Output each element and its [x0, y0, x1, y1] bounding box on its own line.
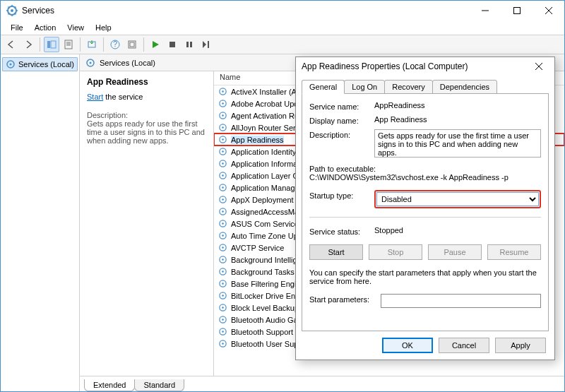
gear-icon — [218, 339, 228, 349]
gear-icon — [218, 123, 228, 133]
service-status-value: Stopped — [374, 226, 541, 234]
tree-root[interactable]: Services (Local) — [2, 57, 78, 71]
svg-point-26 — [222, 126, 224, 129]
svg-point-56 — [222, 307, 224, 309]
description-text: Gets apps ready for use the first time a… — [87, 119, 206, 145]
list-item-label: Background Intellig — [231, 256, 297, 264]
menu-help[interactable]: Help — [90, 22, 117, 33]
display-name-label: Display name: — [309, 115, 370, 125]
path-value: C:\WINDOWS\System32\svchost.exe -k AppRe… — [309, 173, 541, 182]
svg-rect-5 — [65, 40, 72, 49]
cancel-button[interactable]: Cancel — [439, 338, 489, 353]
tab-extended[interactable]: Extended — [84, 379, 135, 391]
svg-point-18 — [90, 61, 92, 64]
svg-point-52 — [222, 283, 224, 285]
selected-service-title: App Readiness — [87, 77, 206, 87]
properties-button[interactable] — [61, 37, 76, 52]
list-item-label: Bluetooth User Supp — [231, 340, 303, 348]
start-button[interactable]: Start — [309, 244, 363, 260]
close-button[interactable] — [533, 1, 564, 20]
titlebar: Services — [1, 1, 564, 20]
start-service-button[interactable] — [148, 37, 163, 52]
gear-icon — [6, 59, 16, 69]
dialog-description-text[interactable]: Gets apps ready for use the first time a… — [374, 129, 541, 158]
apply-button[interactable]: Apply — [495, 338, 546, 353]
list-item-label: Application Informa — [231, 160, 297, 168]
gear-icon — [218, 207, 228, 217]
dialog-tabs: General Log On Recovery Dependencies — [296, 76, 554, 94]
svg-text:?: ? — [113, 40, 117, 48]
svg-point-28 — [222, 138, 224, 141]
svg-point-1 — [11, 9, 13, 12]
tab-general[interactable]: General — [302, 80, 345, 94]
list-item-label: App Readiness — [231, 136, 284, 144]
dialog-description-label: Description: — [309, 129, 370, 139]
minimize-button[interactable] — [469, 1, 501, 20]
svg-rect-3 — [47, 41, 50, 48]
tab-dependencies[interactable]: Dependencies — [432, 80, 497, 94]
resume-button[interactable]: Resume — [487, 244, 541, 260]
gear-icon — [218, 111, 228, 121]
tree-root-label: Services (Local) — [18, 60, 74, 69]
startup-type-select[interactable]: Disabled — [376, 192, 539, 206]
ok-button[interactable]: OK — [382, 338, 433, 353]
startup-type-label: Startup type: — [309, 190, 370, 200]
back-button[interactable] — [4, 37, 19, 52]
gear-icon — [218, 291, 228, 301]
export-button[interactable] — [84, 37, 100, 52]
gear-icon — [218, 243, 228, 253]
forward-button[interactable] — [20, 37, 36, 52]
gear-icon — [218, 195, 228, 205]
show-hide-tree-button[interactable] — [44, 37, 59, 52]
help-button[interactable]: ? — [107, 37, 123, 52]
dialog-close-button[interactable] — [529, 59, 549, 74]
list-item-label: Base Filtering Engin — [231, 280, 300, 288]
list-item-label: AVCTP Service — [231, 244, 284, 252]
restart-service-button[interactable] — [198, 37, 214, 52]
svg-point-60 — [222, 331, 224, 333]
pause-button[interactable]: Pause — [428, 244, 482, 260]
path-label: Path to executable: — [309, 165, 541, 173]
list-item-label: AssignedAccessMan — [231, 208, 303, 216]
stop-button[interactable]: Stop — [369, 244, 422, 260]
list-item-label: Block Level Backup — [231, 304, 299, 312]
menu-view[interactable]: View — [61, 22, 90, 33]
svg-point-38 — [222, 198, 224, 201]
pause-service-button[interactable] — [182, 37, 197, 52]
svg-rect-2 — [513, 8, 520, 14]
bottom-tabbar: Extended Standard — [80, 376, 564, 391]
svg-rect-10 — [130, 42, 134, 47]
refresh-button[interactable] — [124, 37, 140, 52]
svg-point-22 — [222, 102, 224, 105]
dialog-footer: OK Cancel Apply — [296, 331, 554, 360]
service-name-label: Service name: — [309, 101, 370, 111]
tab-standard[interactable]: Standard — [134, 379, 184, 391]
gear-icon — [218, 279, 228, 289]
list-item-label: Application Layer G — [231, 172, 299, 180]
stop-service-button[interactable] — [165, 37, 180, 52]
list-item-label: Agent Activation Ru — [231, 112, 299, 120]
gear-icon — [218, 183, 228, 193]
svg-point-46 — [222, 247, 224, 249]
start-params-input[interactable] — [381, 294, 541, 308]
svg-point-20 — [222, 90, 224, 93]
svg-point-62 — [222, 343, 224, 345]
gear-icon — [218, 231, 228, 241]
service-control-buttons: Start Stop Pause Resume — [309, 244, 541, 260]
list-item-label: AppX Deployment S — [231, 196, 301, 204]
svg-point-48 — [222, 259, 224, 261]
gear-icon — [218, 99, 228, 109]
tab-logon[interactable]: Log On — [344, 80, 385, 94]
svg-point-16 — [10, 64, 12, 66]
menu-action[interactable]: Action — [29, 22, 62, 33]
gear-icon — [218, 255, 228, 265]
start-link[interactable]: Start — [87, 93, 103, 101]
service-status-label: Service status: — [309, 226, 370, 236]
list-item-label: Adobe Acrobat Upd — [231, 100, 298, 108]
gear-icon — [218, 219, 228, 229]
menu-file[interactable]: File — [5, 22, 29, 33]
svg-point-54 — [222, 295, 224, 297]
dialog-titlebar: App Readiness Properties (Local Computer… — [296, 57, 554, 76]
maximize-button[interactable] — [501, 1, 533, 20]
tab-recovery[interactable]: Recovery — [384, 80, 432, 94]
